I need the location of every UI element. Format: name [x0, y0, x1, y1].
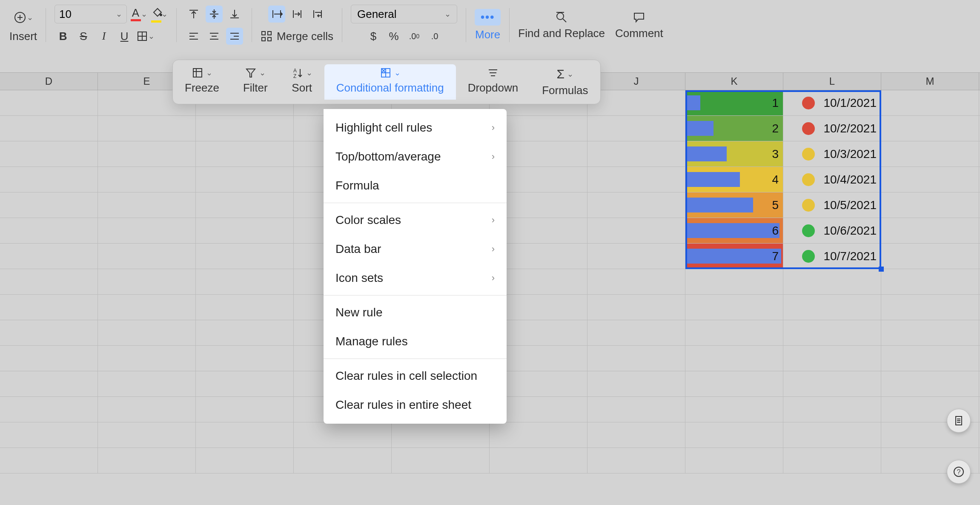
cell-L13[interactable] — [783, 397, 881, 422]
formulas-button[interactable]: Σ⌄ Formulas — [530, 64, 600, 100]
cell-K8[interactable] — [685, 269, 783, 294]
cell-E6[interactable] — [98, 218, 196, 243]
cell-M5[interactable] — [881, 192, 979, 218]
cell-J14[interactable] — [587, 422, 685, 448]
cell-I14[interactable] — [490, 422, 587, 448]
border-button[interactable]: ⌄ — [136, 28, 155, 45]
cell-J8[interactable] — [587, 269, 685, 294]
find-replace-button[interactable]: Find and Replace — [518, 11, 605, 40]
cell-L10[interactable] — [783, 320, 881, 345]
halign-left-button[interactable] — [185, 28, 202, 45]
cell-J3[interactable] — [587, 141, 685, 166]
increase-decimal-button[interactable]: .00 — [406, 28, 423, 45]
cell-K13[interactable] — [685, 397, 783, 422]
cell-F15[interactable] — [196, 448, 294, 473]
halign-center-button[interactable] — [206, 28, 223, 45]
cell-K12[interactable] — [685, 371, 783, 396]
cell-F9[interactable] — [196, 295, 294, 320]
menu-top-bottom-average[interactable]: Top/bottom/average› — [324, 142, 507, 171]
cell-K4[interactable]: 4 — [685, 167, 783, 192]
sort-button[interactable]: AZ⌄ Sort — [280, 64, 324, 100]
cell-M2[interactable] — [881, 116, 979, 141]
cell-E2[interactable] — [98, 116, 196, 141]
cell-F5[interactable] — [196, 192, 294, 218]
cell-D10[interactable] — [0, 320, 98, 345]
valign-top-button[interactable] — [185, 6, 202, 23]
cell-M6[interactable] — [881, 218, 979, 243]
cell-D6[interactable] — [0, 218, 98, 243]
wrap-wrap-button[interactable] — [309, 6, 326, 23]
cell-K11[interactable] — [685, 346, 783, 371]
cell-L15[interactable] — [783, 448, 881, 473]
italic-button[interactable]: I — [95, 28, 112, 45]
cell-J12[interactable] — [587, 371, 685, 396]
cell-E9[interactable] — [98, 295, 196, 320]
cell-M8[interactable] — [881, 269, 979, 294]
cell-E7[interactable] — [98, 244, 196, 269]
cell-L5[interactable]: 10/5/2021 — [783, 192, 881, 218]
bold-button[interactable]: B — [54, 28, 72, 45]
cell-K5[interactable]: 5 — [685, 192, 783, 218]
cell-J11[interactable] — [587, 346, 685, 371]
cell-L7[interactable]: 10/7/2021 — [783, 244, 881, 269]
cell-L8[interactable] — [783, 269, 881, 294]
cell-E8[interactable] — [98, 269, 196, 294]
cell-J2[interactable] — [587, 116, 685, 141]
cell-D8[interactable] — [0, 269, 98, 294]
cell-D12[interactable] — [0, 371, 98, 396]
cell-L6[interactable]: 10/6/2021 — [783, 218, 881, 243]
font-color-button[interactable]: A ⌄ — [130, 6, 147, 23]
underline-button[interactable]: U — [116, 28, 133, 45]
cell-L9[interactable] — [783, 295, 881, 320]
cell-D9[interactable] — [0, 295, 98, 320]
cell-D2[interactable] — [0, 116, 98, 141]
cell-M9[interactable] — [881, 295, 979, 320]
cell-L11[interactable] — [783, 346, 881, 371]
menu-data-bar[interactable]: Data bar› — [324, 235, 507, 264]
cell-I15[interactable] — [490, 448, 587, 473]
cell-J6[interactable] — [587, 218, 685, 243]
cell-D4[interactable] — [0, 167, 98, 192]
cell-D1[interactable] — [0, 90, 98, 115]
menu-formula[interactable]: Formula — [324, 171, 507, 200]
cell-D15[interactable] — [0, 448, 98, 473]
menu-new-rule[interactable]: New rule — [324, 298, 507, 327]
cell-F13[interactable] — [196, 397, 294, 422]
strikethrough-button[interactable]: S — [75, 28, 92, 45]
cell-J9[interactable] — [587, 295, 685, 320]
cell-H14[interactable] — [392, 422, 490, 448]
cell-G14[interactable] — [294, 422, 392, 448]
menu-highlight-cell-rules[interactable]: Highlight cell rules› — [324, 113, 507, 142]
cell-L1[interactable]: 10/1/2021 — [783, 90, 881, 115]
cell-K9[interactable] — [685, 295, 783, 320]
cell-E4[interactable] — [98, 167, 196, 192]
cell-K1[interactable]: 1 — [685, 90, 783, 115]
cell-F10[interactable] — [196, 320, 294, 345]
fill-color-button[interactable]: ⌄ — [151, 6, 168, 23]
menu-clear-rules-selection[interactable]: Clear rules in cell selection — [324, 362, 507, 390]
comment-button[interactable]: Comment — [615, 11, 663, 40]
cell-F3[interactable] — [196, 141, 294, 166]
percent-button[interactable]: % — [385, 28, 402, 45]
cell-J7[interactable] — [587, 244, 685, 269]
cell-E15[interactable] — [98, 448, 196, 473]
menu-icon-sets[interactable]: Icon sets› — [324, 264, 507, 293]
cell-F12[interactable] — [196, 371, 294, 396]
cell-E11[interactable] — [98, 346, 196, 371]
cell-M11[interactable] — [881, 346, 979, 371]
conditional-formatting-button[interactable]: ⌄ Conditional formatting — [324, 64, 456, 100]
cell-K3[interactable]: 3 — [685, 141, 783, 166]
cell-J5[interactable] — [587, 192, 685, 218]
cell-E14[interactable] — [98, 422, 196, 448]
document-float-button[interactable] — [947, 409, 971, 433]
cell-K10[interactable] — [685, 320, 783, 345]
cell-E12[interactable] — [98, 371, 196, 396]
column-header-L[interactable]: L — [783, 73, 881, 90]
cell-F2[interactable] — [196, 116, 294, 141]
cell-D3[interactable] — [0, 141, 98, 166]
cell-F7[interactable] — [196, 244, 294, 269]
cell-F11[interactable] — [196, 346, 294, 371]
help-float-button[interactable]: ? — [947, 460, 971, 484]
more-button[interactable]: ••• More — [475, 9, 501, 41]
cell-F4[interactable] — [196, 167, 294, 192]
